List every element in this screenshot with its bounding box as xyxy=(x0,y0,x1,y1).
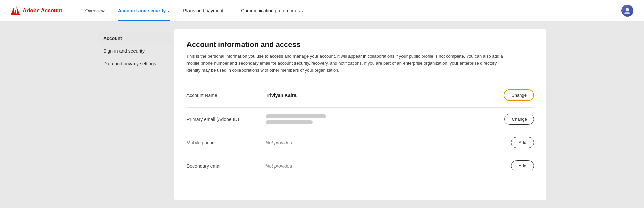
mobile-phone-row: Mobile phone Not provided Add xyxy=(186,131,534,154)
nav-item-plans-payment[interactable]: Plans and payment ⌄ xyxy=(176,0,234,21)
mobile-phone-action: Add xyxy=(511,137,534,148)
blur-line-1 xyxy=(266,114,326,118)
secondary-email-value: Not provided xyxy=(266,163,505,169)
secondary-email-label: Secondary email xyxy=(186,163,260,169)
sidebar-item-data-privacy[interactable]: Data and privacy settings xyxy=(98,58,172,70)
mobile-phone-label: Mobile phone xyxy=(186,140,260,145)
page-description: This is the personal information you use… xyxy=(186,53,508,74)
secondary-email-row: Secondary email Not provided Add xyxy=(186,154,534,178)
nav-item-overview[interactable]: Overview xyxy=(78,0,111,21)
top-navigation: Adobe Account Overview Account and secur… xyxy=(0,0,644,21)
avatar[interactable] xyxy=(621,5,633,17)
secondary-email-action: Add xyxy=(511,160,534,171)
account-name-change-button[interactable]: Change xyxy=(504,89,534,101)
sidebar-item-sign-in-security[interactable]: Sign-in and security xyxy=(98,45,172,57)
chevron-down-icon: ⌄ xyxy=(225,9,227,12)
primary-email-row: Primary email (Adobe ID) Change xyxy=(186,107,534,131)
chevron-down-icon: ⌄ xyxy=(167,9,170,12)
sidebar: Account Sign-in and security Data and pr… xyxy=(98,29,172,200)
primary-email-label: Primary email (Adobe ID) xyxy=(186,117,260,122)
primary-email-action: Change xyxy=(504,114,534,125)
content-area: Account information and access This is t… xyxy=(174,29,546,200)
nav-items: Overview Account and security ⌄ Plans an… xyxy=(78,0,610,21)
primary-email-change-button[interactable]: Change xyxy=(504,114,534,125)
adobe-logo-icon xyxy=(11,6,20,15)
svg-point-1 xyxy=(624,12,630,14)
chevron-down-icon: ⌄ xyxy=(301,9,304,12)
account-name-row: Account Name Triviyan Kalra Change xyxy=(186,83,534,107)
nav-item-communication[interactable]: Communication preferences ⌄ xyxy=(234,0,310,21)
blur-line-2 xyxy=(266,120,313,124)
secondary-email-add-button[interactable]: Add xyxy=(511,160,534,171)
sidebar-item-account[interactable]: Account xyxy=(98,32,172,44)
svg-point-0 xyxy=(626,8,629,11)
mobile-phone-add-button[interactable]: Add xyxy=(511,137,534,148)
nav-item-account-security[interactable]: Account and security ⌄ xyxy=(111,0,176,21)
logo-area[interactable]: Adobe Account xyxy=(11,6,62,15)
logo-text: Adobe Account xyxy=(23,8,62,14)
account-name-value: Triviyan Kalra xyxy=(266,93,498,98)
page-title: Account information and access xyxy=(186,40,534,49)
account-name-label: Account Name xyxy=(186,93,260,98)
account-name-action: Change xyxy=(504,89,534,101)
mobile-phone-value: Not provided xyxy=(266,140,505,145)
main-wrapper: Account Sign-in and security Data and pr… xyxy=(87,21,557,208)
avatar-icon xyxy=(624,7,631,14)
primary-email-value xyxy=(266,114,499,124)
